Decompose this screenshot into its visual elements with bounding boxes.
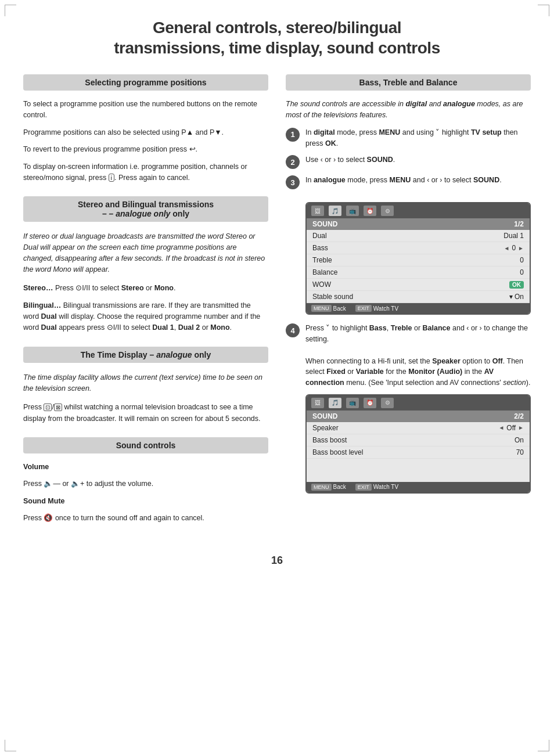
step-text-1: In digital mode, press MENU and using ˅ … xyxy=(305,127,531,149)
tv-menu-2-title-row: SOUND 2/2 xyxy=(307,411,530,422)
tv-icon-img-2: 🖼 xyxy=(311,398,324,408)
step-text-4: Press ˅ to highlight Bass, Treble or Bal… xyxy=(305,323,531,388)
step-1: 1 In digital mode, press MENU and using … xyxy=(286,127,531,149)
tv-icon-settings: ⚙ xyxy=(381,206,394,216)
mute-text: Press 🔇 once to turn the sound off and a… xyxy=(23,513,268,524)
tv-menu-1-bottombar: MENU Back EXIT Watch TV xyxy=(307,303,530,314)
right-column: Bass, Treble and Balance The sound contr… xyxy=(286,74,531,537)
section-header-stereo: Stereo and Bilingual transmissions – – a… xyxy=(23,196,268,222)
prog-para-4: To display on-screen information i.e. pr… xyxy=(23,161,268,184)
page-number: 16 xyxy=(23,555,531,567)
tv-icon-clock: ⏰ xyxy=(364,206,376,216)
tv-menu-2: 🖼 🎵 📺 ⏰ ⚙ SOUND 2/2 Speaker ◄ Off ► xyxy=(305,394,531,494)
corner-bl xyxy=(5,740,16,751)
tv-menu-row-bass-boost-level: Bass boost level 70 xyxy=(307,447,530,459)
tv-menu-1-title-row: SOUND 1/2 xyxy=(307,218,530,230)
tv-icon-music-2: 🎵 xyxy=(329,398,341,408)
step-num-1: 1 xyxy=(286,128,300,142)
section-header-programme: Selecting programme positions xyxy=(23,74,268,91)
tv-menu-icons-2: 🖼 🎵 📺 ⏰ ⚙ xyxy=(311,398,394,408)
step-num-4: 4 xyxy=(286,323,300,337)
step-text-2: Use ‹ or › to select SOUND. xyxy=(305,154,395,165)
tv-menu-row-stable: Stable sound ▾ On xyxy=(307,291,530,303)
bass-intro: The sound controls are accessible in dig… xyxy=(286,99,531,121)
step-2: 2 Use ‹ or › to select SOUND. xyxy=(286,154,531,169)
tv-icon-music: 🎵 xyxy=(329,206,341,216)
tv-menu-row-bass: Bass ◄ 0 ► xyxy=(307,242,530,254)
tv-menu-1-topbar: 🖼 🎵 📺 ⏰ ⚙ xyxy=(307,203,530,218)
stereo-para-2: Bilingual… Bilingual transmissions are r… xyxy=(23,300,268,334)
section-time-display: The Time Display – analogue only The tim… xyxy=(23,347,268,424)
mute-title: Sound Mute xyxy=(23,496,268,507)
step-num-2: 2 xyxy=(286,155,300,169)
section-header-sound: Sound controls xyxy=(23,437,268,453)
tv-menu-row-speaker: Speaker ◄ Off ► xyxy=(307,422,530,434)
tv-menu-icons-1: 🖼 🎵 📺 ⏰ ⚙ xyxy=(311,206,394,216)
prog-para-2: Programme positions can also be selected… xyxy=(23,127,268,138)
tv-menu-row-wow: WOW OK xyxy=(307,279,530,291)
tv-menu-row-bass-boost: Bass boost On xyxy=(307,434,530,447)
tv-menu-spacer xyxy=(307,459,530,482)
main-title: General controls, stereo/bilingual trans… xyxy=(23,17,531,58)
tv-icon-img: 🖼 xyxy=(311,206,324,216)
time-italic-intro: The time display facility allows the cur… xyxy=(23,371,268,395)
step-text-3: In analogue mode, press MENU and ‹ or › … xyxy=(305,175,502,186)
tv-icon-settings-2: ⚙ xyxy=(381,398,394,408)
page: General controls, stereo/bilingual trans… xyxy=(0,0,554,756)
two-column-layout: Selecting programme positions To select … xyxy=(23,74,531,537)
corner-br xyxy=(538,740,549,751)
step-3: 3 In analogue mode, press MENU and ‹ or … xyxy=(286,175,531,189)
corner-tr xyxy=(538,5,549,16)
volume-text: Press 🔈— or 🔈+ to adjust the volume. xyxy=(23,478,268,489)
time-para: Press ⊡/⊠ whilst watching a normal telev… xyxy=(23,402,268,424)
tv-menu-1: 🖼 🎵 📺 ⏰ ⚙ SOUND 1/2 Dual Dual 1 xyxy=(305,202,531,315)
tv-menu-2-topbar: 🖼 🎵 📺 ⏰ ⚙ xyxy=(307,395,530,411)
volume-title: Volume xyxy=(23,462,268,473)
section-header-bass: Bass, Treble and Balance xyxy=(286,74,531,91)
stereo-italic-intro: If stereo or dual language broadcasts ar… xyxy=(23,230,268,276)
step-4: 4 Press ˅ to highlight Bass, Treble or B… xyxy=(286,323,531,388)
tv-icon-tv-2: 📺 xyxy=(346,398,359,408)
tv-menu-row-balance: Balance 0 xyxy=(307,267,530,279)
stereo-para-1: Stereo… Press ⊙I/II to select Stereo or … xyxy=(23,283,268,294)
tv-menu-row-treble: Treble 0 xyxy=(307,254,530,267)
tv-icon-clock-2: ⏰ xyxy=(364,398,376,408)
step-num-3: 3 xyxy=(286,175,300,189)
left-column: Selecting programme positions To select … xyxy=(23,74,268,537)
section-stereo-bilingual: Stereo and Bilingual transmissions – – a… xyxy=(23,196,268,334)
tv-menu-row-dual: Dual Dual 1 xyxy=(307,230,530,242)
section-bass-treble: Bass, Treble and Balance The sound contr… xyxy=(286,74,531,189)
prog-para-1: To select a programme position use the n… xyxy=(23,99,268,121)
section-selecting-programme: Selecting programme positions To select … xyxy=(23,74,268,183)
corner-tl xyxy=(5,5,16,16)
tv-icon-tv: 📺 xyxy=(346,206,359,216)
prog-para-3: To revert to the previous programme posi… xyxy=(23,144,268,155)
section-header-time: The Time Display – analogue only xyxy=(23,347,268,363)
section-sound-controls: Sound controls Volume Press 🔈— or 🔈+ to … xyxy=(23,437,268,524)
tv-menu-2-bottombar: MENU Back EXIT Watch TV xyxy=(307,482,530,492)
